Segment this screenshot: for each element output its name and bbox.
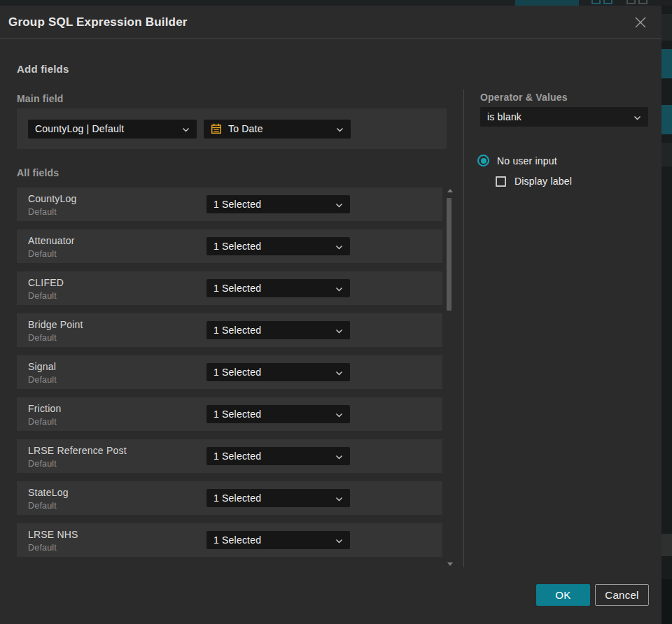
field-selection-dropdown[interactable]: 1 Selected <box>206 321 350 339</box>
no-user-input-radio[interactable]: No user input <box>477 155 557 166</box>
field-selection-value: 1 Selected <box>214 367 261 378</box>
ok-button[interactable]: OK <box>536 584 590 606</box>
main-field-dropdown[interactable]: CountyLog | Default <box>28 120 197 139</box>
chevron-down-icon <box>336 122 344 135</box>
device-toggle-icon[interactable] <box>626 0 636 4</box>
field-row: LRSE NHS Default 1 Selected <box>17 523 442 557</box>
field-name: Friction <box>28 403 62 414</box>
device-toggle-icon[interactable] <box>638 0 648 4</box>
field-subtype: Default <box>28 333 57 343</box>
chevron-down-icon <box>335 408 343 420</box>
chevron-down-icon <box>335 534 343 546</box>
field-subtype: Default <box>28 375 57 385</box>
operator-dropdown[interactable]: is blank <box>480 107 648 127</box>
display-label-label: Display label <box>514 176 572 187</box>
field-subtype: Default <box>28 207 57 217</box>
field-selection-value: 1 Selected <box>214 199 261 210</box>
device-toggle-icon[interactable] <box>603 0 612 4</box>
field-name: Signal <box>28 361 56 372</box>
field-selection-value: 1 Selected <box>214 492 261 504</box>
date-field-dropdown-value: To Date <box>228 123 263 134</box>
backdrop-fragment <box>662 49 672 78</box>
backdrop-dashboard-edge <box>662 6 672 624</box>
close-icon[interactable] <box>632 14 649 31</box>
chevron-down-icon <box>182 122 190 135</box>
backdrop-fragment <box>662 579 672 624</box>
field-row: Bridge Point Default 1 Selected <box>17 313 442 347</box>
all-fields-list: CountyLog Default 1 Selected Attenuator … <box>17 187 442 565</box>
chevron-down-icon <box>335 240 343 253</box>
main-field-dropdown-value: CountyLog | Default <box>35 123 124 134</box>
field-subtype: Default <box>28 249 57 259</box>
backdrop-fragment <box>662 143 672 166</box>
live-view-button[interactable]: Live view <box>515 0 579 6</box>
field-selection-value: 1 Selected <box>214 534 261 546</box>
panel-divider <box>463 90 464 567</box>
field-name: Attenuator <box>28 235 75 246</box>
field-name: CLIFED <box>28 277 64 288</box>
field-subtype: Default <box>28 543 57 553</box>
chevron-down-icon <box>634 111 641 123</box>
backdrop-fragment <box>662 14 672 41</box>
field-name: Bridge Point <box>28 319 83 330</box>
all-fields-label: All fields <box>17 167 59 178</box>
operator-values-label: Operator & Values <box>480 92 568 103</box>
backdrop-fragment <box>662 105 672 134</box>
field-selection-value: 1 Selected <box>214 409 261 420</box>
field-row: LRSE Reference Post Default 1 Selected <box>17 439 442 473</box>
field-selection-dropdown[interactable]: 1 Selected <box>206 237 350 255</box>
main-field-box: CountyLog | Default To Date <box>17 108 447 149</box>
chevron-down-icon <box>335 366 343 378</box>
field-subtype: Default <box>28 459 57 469</box>
dialog-title: Group SQL Expression Builder <box>8 15 188 29</box>
field-row: Signal Default 1 Selected <box>17 355 442 389</box>
field-selection-dropdown[interactable]: 1 Selected <box>206 531 350 549</box>
chevron-down-icon <box>335 450 343 462</box>
field-name: LRSE NHS <box>28 529 78 540</box>
backdrop-app-toolbar: Live view <box>0 0 672 6</box>
field-row: Attenuator Default 1 Selected <box>17 229 442 263</box>
radio-selected-icon <box>477 155 489 166</box>
backdrop-fragment <box>662 534 672 556</box>
field-selection-dropdown[interactable]: 1 Selected <box>206 489 350 507</box>
dialog-header: Group SQL Expression Builder <box>0 6 662 39</box>
field-selection-value: 1 Selected <box>214 241 261 252</box>
field-selection-value: 1 Selected <box>214 451 261 462</box>
scrollbar-thumb[interactable] <box>447 198 451 311</box>
field-selection-dropdown[interactable]: 1 Selected <box>206 363 350 381</box>
field-subtype: Default <box>28 501 57 511</box>
chevron-down-icon <box>335 282 343 295</box>
field-name: CountyLog <box>28 193 77 204</box>
date-field-dropdown[interactable]: To Date <box>204 120 351 139</box>
fields-list-scrollbar[interactable] <box>445 185 455 569</box>
field-name: LRSE Reference Post <box>28 445 127 456</box>
field-selection-dropdown[interactable]: 1 Selected <box>206 195 350 213</box>
field-row: StateLog Default 1 Selected <box>17 481 442 515</box>
no-user-input-label: No user input <box>497 155 557 166</box>
operator-dropdown-value: is blank <box>487 111 522 122</box>
field-subtype: Default <box>28 417 57 427</box>
scroll-up-icon[interactable] <box>447 189 453 192</box>
field-selection-dropdown[interactable]: 1 Selected <box>206 405 350 423</box>
device-toggle-icon[interactable] <box>592 0 601 4</box>
field-row: CLIFED Default 1 Selected <box>17 271 442 305</box>
group-sql-expression-builder-dialog: Group SQL Expression Builder Add fields … <box>0 6 662 624</box>
chevron-down-icon <box>335 324 343 336</box>
add-fields-heading: Add fields <box>17 63 69 75</box>
field-selection-dropdown[interactable]: 1 Selected <box>206 279 350 297</box>
field-row: Friction Default 1 Selected <box>17 397 442 431</box>
field-selection-value: 1 Selected <box>214 325 261 336</box>
field-subtype: Default <box>28 291 57 301</box>
cancel-button[interactable]: Cancel <box>595 584 649 606</box>
checkbox-unchecked-icon <box>496 176 506 187</box>
display-label-checkbox[interactable]: Display label <box>496 176 572 187</box>
chevron-down-icon <box>335 492 343 504</box>
chevron-down-icon <box>335 198 343 211</box>
field-selection-value: 1 Selected <box>214 283 261 294</box>
field-row: CountyLog Default 1 Selected <box>17 187 442 221</box>
field-selection-dropdown[interactable]: 1 Selected <box>206 447 350 465</box>
live-view-label: Live view <box>533 0 570 2</box>
scroll-down-icon[interactable] <box>447 562 453 566</box>
main-field-label: Main field <box>17 93 64 104</box>
field-name: StateLog <box>28 487 69 498</box>
